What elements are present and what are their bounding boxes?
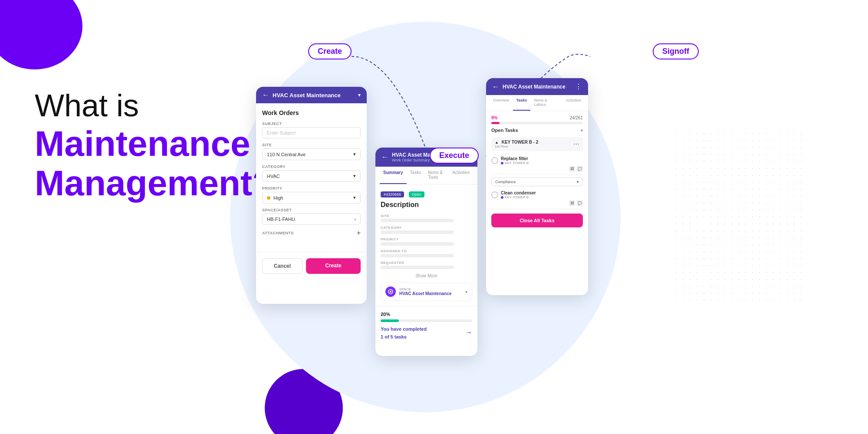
hero-text: What is Maintenance Management? [35, 87, 274, 203]
step-signoff-label: Signoff [653, 43, 699, 59]
site-placeholder [381, 219, 454, 222]
next-arrow-icon[interactable]: → [465, 329, 472, 336]
back-arrow-icon[interactable]: ← [381, 153, 388, 161]
compliance-dropdown[interactable]: Compliance ▾ [491, 178, 583, 186]
phone1-title: HVAC Asset Maintenance [273, 92, 355, 99]
subject-input[interactable]: Enter Subject [262, 127, 361, 138]
more-options-icon[interactable]: ⋮ [575, 82, 582, 91]
chevron-down-icon: ▾ [353, 151, 356, 157]
task-checkbox-2[interactable] [491, 191, 498, 198]
progress-bar [381, 319, 472, 322]
phone3-body: 9% 24/261 Open Tasks ▾ ▲ KEY TOWER B - 2 [486, 111, 588, 232]
cancel-button[interactable]: Cancel [262, 258, 302, 274]
chevron-down-icon: ▾ [353, 195, 356, 201]
requester-placeholder [381, 266, 454, 269]
tab-items-labour[interactable]: Items & Labour [530, 95, 562, 111]
close-all-tasks-button[interactable]: Close All Tasks [491, 214, 583, 227]
tab-items-tools[interactable]: Items & Tools [424, 167, 449, 184]
phone1-footer: Cancel Create [256, 252, 367, 280]
space-label: SPACE/ASSET [262, 208, 361, 212]
location-dot-icon [501, 162, 503, 164]
task1-name: Replace filter [501, 156, 583, 161]
comment-icon[interactable]: 💬 [577, 166, 583, 172]
chevron-down-icon: ▾ [465, 289, 467, 294]
category-placeholder [381, 230, 454, 234]
attachments-label: ATTACHMENTS [262, 231, 294, 235]
phone3-signoff: ← HVAC Asset Maintenance ⋮ Overview Task… [486, 78, 588, 295]
dot-grid [673, 130, 803, 304]
open-tasks-label: Open Tasks [491, 128, 518, 133]
attachments-row: ATTACHMENTS + [262, 229, 361, 237]
task1-location: KEY TOWER B [501, 161, 583, 165]
site-input[interactable]: 110 N Central Ave ▾ [262, 148, 361, 160]
hero-line3: Management? [35, 164, 274, 203]
wo-number-badge: #4320666 [381, 191, 404, 197]
subject-label: SUBJECT [262, 122, 361, 126]
hero-line2: Maintenance [35, 124, 274, 163]
site-label: SITE [262, 143, 361, 147]
phone2-tabs: Summary Tasks Items & Tools Activities [375, 167, 477, 184]
back-arrow-icon[interactable]: ← [492, 83, 499, 91]
progress-fill [381, 319, 399, 322]
chevron-down-icon: ▾ [581, 128, 583, 133]
category-label: CATEGORY [262, 164, 361, 169]
tab-tasks[interactable]: Tasks [407, 167, 425, 184]
step-execute-label: Execute [430, 148, 479, 164]
priority-input[interactable]: High ▾ [262, 192, 361, 204]
back-arrow-icon[interactable]: ← [262, 91, 269, 99]
site-field: SITE 110 N Central Ave ▾ [262, 143, 361, 160]
priority-field: PRIORITY High ▾ [262, 186, 361, 204]
assigned-info: ASSIGNED TO [381, 249, 472, 257]
chevron-down-icon: ▾ [353, 173, 356, 179]
priority-dot [267, 196, 270, 200]
phones-container: ← HVAC Asset Maintenance ▾ Work Orders S… [256, 61, 588, 356]
space-asset-input[interactable]: HB-F1-FAHU › [262, 214, 361, 225]
site-info: SITE [381, 214, 472, 222]
task2-name: Clean condenser [501, 191, 583, 195]
task1-icons: 🖼 💬 [501, 166, 583, 172]
comment-icon[interactable]: 💬 [577, 200, 583, 206]
priority-placeholder [381, 242, 454, 246]
category-info: CATEGORY [381, 226, 472, 234]
more-options-icon[interactable]: ⋯ [573, 141, 579, 148]
chevron-right-icon: › [354, 217, 356, 222]
tower-floor: 1st Floor [495, 145, 538, 148]
hero-line1: What is [35, 87, 274, 124]
progress-header: 9% 24/261 [491, 115, 583, 120]
task2-location: KEY TOWER B [501, 195, 583, 199]
add-attachment-icon[interactable]: + [357, 229, 361, 237]
task2-icons: 🖼 💬 [501, 200, 583, 206]
work-orders-title: Work Orders [262, 109, 361, 116]
image-icon[interactable]: 🖼 [569, 200, 575, 206]
space-row: SPACE HVAC Asset Maintenance ▾ [381, 283, 472, 301]
wo-status-badge: Open [409, 191, 424, 197]
tab-tasks[interactable]: Tasks [513, 95, 531, 111]
chevron-up-icon: ▲ [495, 140, 499, 145]
show-more[interactable]: Show More [381, 273, 472, 278]
task-item-1: Replace filter KEY TOWER B 🖼 💬 [491, 154, 583, 175]
phone3-tabs: Overview Tasks Items & Labour Activities [486, 95, 588, 111]
tab-overview[interactable]: Overview [490, 95, 513, 111]
progress-pct: 9% [491, 115, 497, 120]
phone3-title: HVAC Asset Maintenance [503, 84, 572, 90]
phone2-body: #4320666 Open Description SITE CATEGORY … [375, 184, 477, 306]
phone2-execute: ← HVAC Asset Maintenance Work Order Summ… [375, 148, 477, 356]
description-title: Description [381, 201, 472, 209]
tower-section: ▲ KEY TOWER B - 2 1st Floor ⋯ Replace fi… [491, 137, 583, 209]
task-checkbox-1[interactable] [491, 157, 498, 164]
progress-fill-sm [491, 122, 500, 124]
progress-bar-sm [491, 122, 583, 124]
tab-activities[interactable]: Activities [562, 95, 585, 111]
tab-summary[interactable]: Summary [380, 167, 407, 184]
phone3-header: ← HVAC Asset Maintenance ⋮ [486, 78, 588, 95]
progress-pct: 20% [381, 312, 472, 317]
phone1-body: Work Orders SUBJECT Enter Subject SITE 1… [256, 103, 367, 243]
category-input[interactable]: HVAC ▾ [262, 170, 361, 182]
priority-label: PRIORITY [262, 186, 361, 191]
tab-activities[interactable]: Activities [449, 167, 473, 184]
create-button[interactable]: Create [306, 258, 361, 274]
requester-info: REQUESTER [381, 261, 472, 269]
space-icon [385, 286, 396, 297]
image-icon[interactable]: 🖼 [569, 166, 575, 172]
chevron-down-icon: ▾ [577, 180, 579, 184]
